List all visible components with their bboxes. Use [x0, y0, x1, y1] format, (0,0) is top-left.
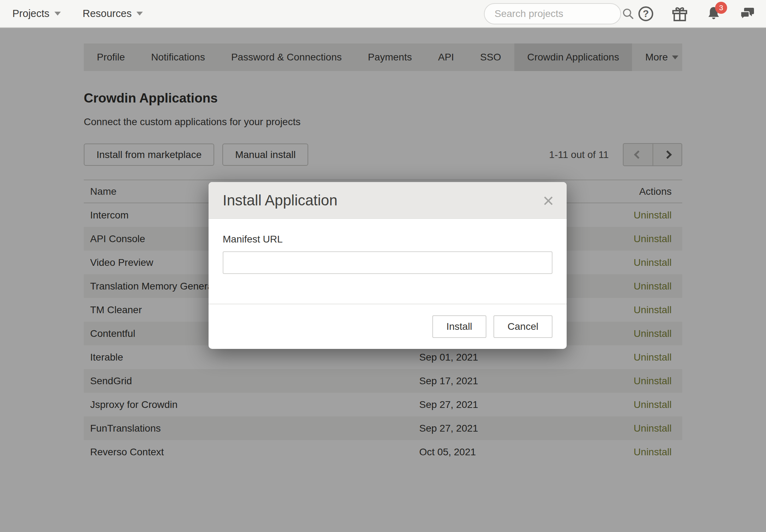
chat-icon [739, 5, 756, 22]
messages-button[interactable] [738, 5, 757, 23]
search-icon[interactable] [622, 8, 634, 20]
install-application-modal: Install Application × Manifest URL Insta… [209, 182, 567, 349]
nav-resources-menu[interactable]: Resources [83, 8, 143, 19]
top-navbar: Projects Resources ? [0, 0, 766, 28]
nav-projects-menu[interactable]: Projects [12, 8, 61, 19]
close-icon[interactable]: × [543, 191, 554, 210]
gift-button[interactable] [671, 5, 689, 23]
modal-body: Manifest URL [209, 219, 567, 304]
search-input[interactable] [495, 8, 622, 19]
manifest-url-label: Manifest URL [223, 234, 552, 245]
search-box[interactable] [484, 3, 621, 24]
caret-down-icon [54, 12, 61, 16]
notification-count-badge: 3 [715, 2, 727, 14]
manifest-url-input[interactable] [223, 251, 552, 274]
help-icon: ? [638, 6, 653, 21]
help-button[interactable]: ? [637, 5, 655, 23]
nav-projects-label: Projects [12, 8, 49, 19]
modal-footer: Install Cancel [209, 304, 567, 349]
caret-down-icon [136, 12, 143, 16]
cancel-button[interactable]: Cancel [493, 315, 552, 338]
modal-title: Install Application [223, 192, 338, 209]
notifications-button[interactable]: 3 [704, 5, 723, 23]
gift-icon [671, 5, 689, 23]
install-button[interactable]: Install [432, 315, 486, 338]
modal-header: Install Application × [209, 182, 567, 219]
nav-resources-label: Resources [83, 8, 132, 19]
